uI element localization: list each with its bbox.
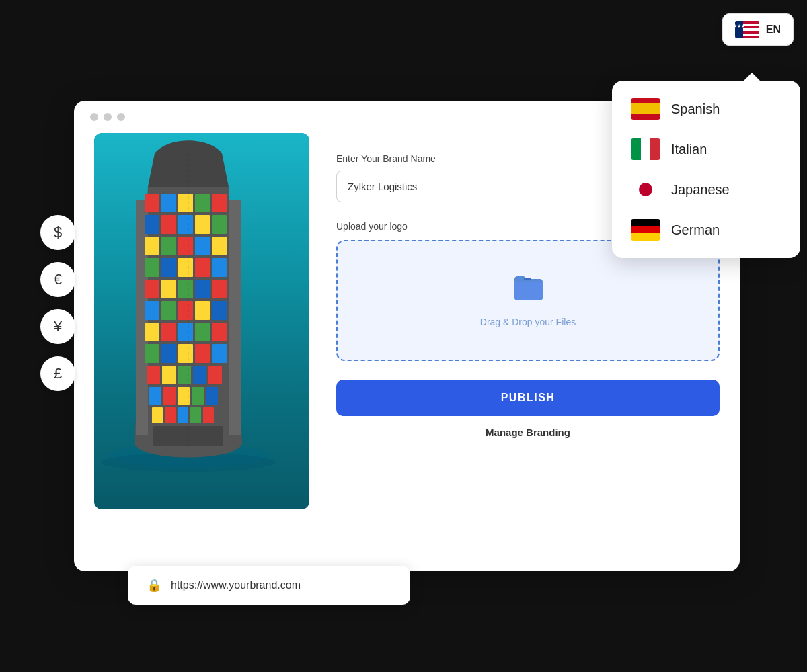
svg-rect-40 [161,344,176,363]
svg-rect-3 [229,200,241,435]
svg-rect-61 [524,278,531,280]
svg-rect-30 [161,301,176,320]
euro-icon[interactable]: € [40,262,75,297]
flag-red [650,138,660,160]
italy-flag-icon [631,138,660,160]
publish-button[interactable]: PUBLISH [336,380,720,416]
svg-rect-39 [145,344,159,363]
svg-rect-41 [178,344,193,363]
svg-rect-58 [203,407,214,423]
svg-rect-4 [145,194,159,212]
svg-rect-28 [212,280,227,298]
svg-rect-12 [195,215,210,234]
svg-rect-29 [145,301,159,320]
svg-rect-35 [161,323,176,341]
svg-rect-15 [161,237,176,255]
pound-icon[interactable]: £ [40,356,75,391]
svg-rect-51 [178,387,190,405]
svg-rect-50 [163,387,176,405]
svg-rect-13 [212,215,227,234]
flag-green [631,138,641,160]
svg-rect-56 [178,407,188,423]
currency-icons-panel: $ € ¥ £ [40,215,75,391]
svg-rect-26 [178,280,193,298]
japan-circle [639,183,652,196]
svg-rect-7 [195,194,210,212]
germany-flag-icon [631,219,660,241]
language-button[interactable]: ★★★ EN [722,13,794,46]
flag-gold [631,233,660,241]
language-item-italian[interactable]: Italian [612,129,800,169]
flag-white [641,138,651,160]
language-dropdown: Spanish Italian Japanese German [612,81,800,258]
flag-red [631,226,660,234]
svg-rect-43 [212,344,227,363]
svg-rect-17 [195,237,210,255]
yen-icon[interactable]: ¥ [40,309,75,344]
svg-rect-8 [212,194,227,212]
svg-rect-52 [192,387,204,405]
svg-rect-11 [178,215,193,234]
svg-rect-32 [195,301,210,320]
flag-stripes [743,21,759,38]
svg-rect-22 [195,258,210,277]
svg-rect-49 [149,387,161,405]
dollar-icon[interactable]: $ [40,215,75,250]
url-bar: 🔒 https://www.yourbrand.com [128,566,410,605]
upload-zone[interactable]: Drag & Drop your Files [336,240,720,361]
language-name-german: German [671,222,720,238]
svg-rect-5 [161,194,176,212]
svg-rect-23 [212,258,227,277]
browser-dot-2 [104,113,112,121]
language-name-spanish: Spanish [671,101,720,117]
svg-rect-42 [195,344,210,363]
svg-rect-46 [178,366,191,384]
lock-icon: 🔒 [147,578,161,593]
svg-rect-48 [208,366,222,384]
language-name-italian: Italian [671,142,707,157]
svg-rect-38 [212,323,227,341]
svg-rect-10 [161,215,176,234]
svg-rect-19 [145,258,159,277]
ship-image [94,133,309,509]
svg-rect-6 [178,194,193,212]
us-flag-icon: ★★★ [735,21,759,38]
browser-dot-3 [117,113,125,121]
svg-rect-34 [145,323,159,341]
flag-canton: ★★★ [735,21,743,30]
japan-flag-icon [631,179,660,200]
language-name-japanese: Japanese [671,182,730,198]
folder-icon [512,274,544,308]
svg-rect-21 [178,258,193,277]
language-item-spanish[interactable]: Spanish [612,89,800,129]
svg-rect-20 [161,258,176,277]
svg-rect-31 [178,301,193,320]
svg-rect-36 [178,323,193,341]
svg-rect-25 [161,280,176,298]
svg-rect-16 [178,237,193,255]
svg-rect-9 [145,215,159,234]
drag-drop-text: Drag & Drop your Files [480,317,576,327]
svg-rect-37 [195,323,210,341]
language-item-german[interactable]: German [612,210,800,250]
svg-rect-57 [190,407,201,423]
language-label: EN [766,24,781,36]
manage-branding-text: Manage Branding [336,427,720,438]
svg-rect-44 [147,366,160,384]
svg-rect-14 [145,237,159,255]
spain-flag-icon [631,98,660,120]
flag-black [631,219,660,226]
svg-rect-24 [145,280,159,298]
svg-rect-18 [212,237,227,255]
ship-svg [94,133,282,482]
stripe [743,36,759,38]
svg-rect-47 [193,366,206,384]
svg-rect-55 [165,407,176,423]
browser-dot-1 [90,113,98,121]
svg-rect-33 [212,301,227,320]
svg-rect-27 [195,280,210,298]
svg-rect-45 [162,366,176,384]
svg-rect-53 [206,387,218,405]
language-item-japanese[interactable]: Japanese [612,169,800,210]
url-text: https://www.yourbrand.com [171,579,301,591]
